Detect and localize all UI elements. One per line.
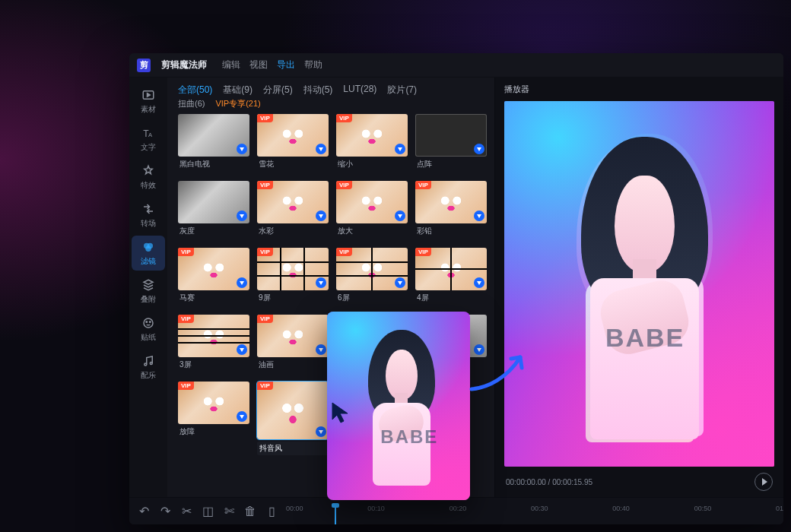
- svg-point-5: [145, 245, 151, 252]
- marker-button[interactable]: ▯: [265, 505, 278, 518]
- filter-thumb: VIP: [257, 114, 329, 157]
- rail-media[interactable]: 素材: [132, 84, 165, 119]
- filter-tile[interactable]: VIP放障: [178, 382, 249, 441]
- download-icon[interactable]: [237, 344, 247, 355]
- download-icon[interactable]: [474, 277, 484, 288]
- download-icon[interactable]: [316, 344, 326, 355]
- filter-tile[interactable]: VIP油画: [257, 315, 329, 374]
- rail-label: 叠附: [141, 294, 156, 305]
- category-tab[interactable]: 胶片(7): [387, 84, 417, 97]
- filter-thumb: VIP: [336, 248, 408, 290]
- menu-edit[interactable]: 编辑: [222, 59, 240, 71]
- preview-panel: 播放器 BABE BABE BABE 00:00:00.00 / 00:00:1…: [494, 78, 783, 497]
- filter-thumb: VIP: [257, 315, 329, 357]
- download-icon[interactable]: [395, 277, 405, 288]
- rail-label: 转场: [141, 218, 156, 229]
- download-icon[interactable]: [237, 277, 247, 288]
- filter-label: 黑白电视: [178, 159, 249, 169]
- undo-button[interactable]: ↶: [137, 505, 151, 518]
- filter-tile[interactable]: 灰度: [178, 181, 249, 240]
- vip-badge: VIP: [336, 114, 352, 122]
- timeline-tick: 00:30: [531, 505, 548, 512]
- filter-tile[interactable]: VIP6屏: [336, 248, 408, 307]
- filter-tile[interactable]: VIP9屏: [257, 248, 329, 307]
- menu-view[interactable]: 视图: [249, 59, 268, 71]
- vip-badge: VIP: [257, 382, 273, 390]
- download-icon[interactable]: [316, 144, 326, 154]
- rail-label: 滤镜: [141, 256, 156, 267]
- rail-fx[interactable]: 特效: [132, 160, 165, 195]
- download-icon[interactable]: [474, 144, 484, 154]
- rail-filter[interactable]: 滤镜: [132, 236, 165, 271]
- vip-badge: VIP: [257, 248, 273, 256]
- svg-point-8: [150, 321, 151, 322]
- filter-thumb: VIP: [178, 315, 249, 357]
- download-icon[interactable]: [474, 344, 484, 355]
- scissors-button[interactable]: ✄: [222, 505, 236, 518]
- vip-badge: VIP: [415, 248, 431, 256]
- svg-point-9: [145, 363, 147, 366]
- rail-sticker[interactable]: 贴纸: [132, 312, 165, 347]
- category-tab[interactable]: 分屏(5): [263, 84, 293, 97]
- preview-canvas[interactable]: BABE BABE BABE: [504, 101, 774, 467]
- text-icon: TA: [141, 126, 155, 140]
- redo-button[interactable]: ↷: [158, 505, 172, 518]
- playhead[interactable]: [335, 505, 336, 525]
- filter-tile[interactable]: VIP水彩: [257, 181, 329, 240]
- filter-tile[interactable]: VIP放大: [336, 181, 408, 240]
- timeline-ruler[interactable]: 00:0000:1000:2000:3000:4000:5001:00: [286, 505, 776, 518]
- rail-overlay[interactable]: 叠附: [132, 274, 165, 309]
- category-tab[interactable]: 全部(50): [178, 84, 212, 97]
- menu-help[interactable]: 帮助: [304, 59, 322, 71]
- filter-label: 彩铅: [415, 226, 487, 236]
- filter-label: 灰度: [178, 226, 249, 236]
- filter-thumb: VIP: [336, 181, 408, 223]
- filter-tile[interactable]: 点阵: [415, 114, 487, 173]
- filter-label: 油画: [257, 359, 329, 370]
- filter-tile[interactable]: VIP4屏: [415, 248, 487, 307]
- time-total: 00:00:15.95: [552, 478, 592, 486]
- crop-button[interactable]: ◫: [201, 505, 214, 518]
- category-row: 全部(50)基础(9)分屏(5)抖动(5)LUT(28)胶片(7): [167, 78, 494, 98]
- download-icon[interactable]: [316, 277, 326, 288]
- timeline-tick: 00:00: [286, 505, 303, 512]
- filter-tile[interactable]: VIP3屏: [178, 315, 249, 374]
- download-icon[interactable]: [237, 144, 247, 154]
- filter-tile[interactable]: VIP雪花: [257, 114, 329, 173]
- timeline-tick: 00:50: [694, 505, 712, 512]
- play-button[interactable]: [754, 473, 773, 491]
- download-icon[interactable]: [237, 211, 247, 221]
- filter-thumb: [415, 114, 487, 157]
- filter-thumb: VIP: [257, 248, 329, 290]
- download-icon[interactable]: [237, 411, 247, 422]
- filter-tile[interactable]: 黑白电视: [178, 114, 249, 173]
- subtab-vip[interactable]: VIP专享(21): [215, 98, 260, 109]
- download-icon[interactable]: [395, 211, 405, 221]
- filter-tile[interactable]: VIP抖音风: [257, 382, 329, 455]
- category-tab[interactable]: 抖动(5): [303, 84, 333, 97]
- rail-trans[interactable]: 转场: [132, 198, 165, 233]
- delete-button[interactable]: 🗑: [243, 505, 257, 518]
- download-icon[interactable]: [316, 426, 326, 437]
- filter-tile[interactable]: VIP彩铅: [415, 181, 487, 240]
- timeline: ↶ ↷ ✂ ◫ ✄ 🗑 ▯ 00:0000:1000:2000:3000:400…: [129, 497, 783, 524]
- download-icon[interactable]: [474, 211, 484, 221]
- cut-button[interactable]: ✂: [179, 505, 193, 518]
- filter-thumb: VIP: [415, 181, 487, 223]
- music-icon: [141, 354, 155, 368]
- vip-badge: VIP: [178, 382, 194, 390]
- category-tab[interactable]: LUT(28): [343, 84, 376, 97]
- trans-icon: [141, 202, 155, 216]
- subtab-distort[interactable]: 扭曲(6): [178, 98, 205, 109]
- preview-time: 00:00:00.00 / 00:00:15.95: [506, 478, 592, 486]
- rail-music[interactable]: 配乐: [132, 350, 165, 385]
- rail-text[interactable]: TA文字: [132, 122, 165, 157]
- main-menu: 编辑 视图 导出 帮助: [222, 59, 322, 71]
- filter-tile[interactable]: VIP缩小: [336, 114, 408, 173]
- menu-export[interactable]: 导出: [277, 59, 295, 71]
- download-icon[interactable]: [395, 144, 405, 154]
- download-icon[interactable]: [316, 211, 326, 221]
- filter-label: 3屏: [178, 359, 249, 370]
- filter-tile[interactable]: VIP马赛: [178, 248, 249, 307]
- category-tab[interactable]: 基础(9): [223, 84, 253, 97]
